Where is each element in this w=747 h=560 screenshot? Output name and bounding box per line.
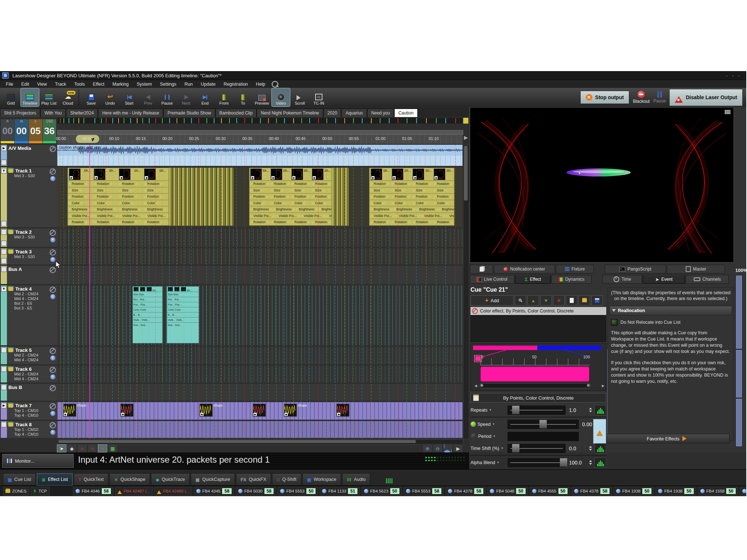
bottom-tab-audio[interactable]: ‖‖Audio [342, 473, 370, 486]
control-label[interactable]: Speed▼ [471, 421, 507, 427]
status-device[interactable]: FB4 437858 [445, 487, 486, 495]
toolbar-play-list-button[interactable]: Play List [40, 88, 58, 106]
clip-thumbnail[interactable]: ◆ [291, 168, 303, 180]
toolbar-to-button[interactable]: To [234, 88, 252, 106]
menu-marking[interactable]: Marking [109, 81, 132, 88]
track-header[interactable]: ▼Track 1Mid 3 - S30! [1, 167, 57, 227]
track-header[interactable]: Track 3Mid 3 - S30! [1, 248, 57, 264]
ruler-scrollbar[interactable] [57, 130, 463, 135]
control-label[interactable]: Repeats▼ [471, 408, 507, 413]
value-spinner[interactable] [588, 444, 593, 452]
bottom-tab-workspace[interactable]: ▦Workspace [302, 473, 341, 486]
track-toggle-box[interactable] [1, 249, 7, 254]
toolbar-timeline-button[interactable]: Timeline [21, 88, 39, 106]
alert-icon[interactable]: ! [50, 176, 55, 181]
modulation-button[interactable] [595, 458, 606, 468]
track-lane[interactable] [57, 229, 462, 247]
mute-icon[interactable] [50, 422, 56, 428]
track-lane[interactable] [57, 384, 462, 401]
radio-off-icon[interactable] [471, 433, 477, 439]
do-not-relocate-row[interactable]: Do Not Relocate into Cue List [611, 319, 731, 326]
timeline-tab-2020[interactable]: 2020 [324, 109, 341, 117]
value-spinner[interactable] [588, 459, 593, 466]
track-lane[interactable]: Sh...Size SizeRot... Rot...Pos... Pos...… [57, 285, 462, 345]
track-header[interactable]: Track 5Mid 2 - CM24Mid 4 - CM24! [1, 347, 57, 364]
alert-icon[interactable]: ! [50, 355, 55, 361]
tracks-vertical-scrollbar[interactable] [463, 145, 469, 439]
clip-thumbnail[interactable]: ◆ [144, 168, 156, 180]
track-lane[interactable]: ◆Sh...◆Sh...◆Sh...◆Sh...◇Rotation◇◇Rotat… [57, 167, 462, 227]
tab-event[interactable]: ➤Event [643, 275, 685, 284]
toolbar-cloud-button[interactable]: ☁betaCloud [59, 88, 77, 106]
alert-icon[interactable]: ! [50, 411, 55, 416]
toolbar-from-button[interactable]: From [215, 88, 233, 106]
shape-wave-clip[interactable]: ◆ [200, 404, 213, 417]
mute-icon[interactable] [50, 168, 56, 175]
timeline-tab-shelter2024[interactable]: Shelter2024 [66, 109, 98, 117]
toolbar-start-button[interactable]: |◀Start [120, 88, 138, 106]
timeline-tab-need-you[interactable]: Need you [367, 109, 394, 117]
move-down-button[interactable]: ▼ [540, 295, 552, 306]
track-toggle-down[interactable]: ▼ [1, 168, 7, 174]
track-toggle-box[interactable] [1, 366, 7, 372]
reallocation-header[interactable]: Reallocation [609, 306, 732, 315]
control-slider[interactable] [507, 458, 566, 468]
checkbox[interactable] [611, 319, 618, 326]
toolbar-end-button[interactable]: ▶|End [196, 88, 214, 106]
control-value[interactable]: 1.0 [566, 407, 588, 413]
status-device[interactable]: FB4 113351 [320, 487, 360, 495]
mute-icon[interactable] [50, 348, 56, 354]
status-device[interactable]: FB4 193850 [614, 487, 654, 495]
track-toggle-box[interactable] [1, 258, 7, 264]
clip-thumbnail[interactable]: ◆ [94, 168, 105, 180]
control-label[interactable]: Alpha Blend▼ [471, 460, 507, 465]
status-zones[interactable]: ZONES [3, 487, 29, 495]
timeline-tab-here-with-me-unity-release[interactable]: Here with me - Unity Release [98, 109, 163, 117]
menu-system[interactable]: System [133, 81, 156, 88]
clip-thumbnail[interactable]: ◆ [119, 168, 131, 180]
effect-clip-group[interactable]: ◆Sh...◆Sh...◆Sh...◆Sh...◇Rotation◇◇Rotat… [67, 168, 169, 226]
spinner-up-icon[interactable] [589, 406, 592, 409]
spinner-down-icon[interactable] [589, 411, 592, 414]
track-lane[interactable] [57, 266, 462, 284]
bottom-tab-quickshape[interactable]: ✕QuickShape [109, 473, 150, 486]
track-header[interactable]: ▶A/V Media [1, 145, 57, 166]
monitor-button[interactable]: Monitor... [2, 454, 74, 468]
timeline-tab-shit-5-projectors[interactable]: Shit 5 Projectors [0, 109, 40, 117]
clip-thumbnail[interactable]: ◆ [413, 168, 424, 180]
shape-wave-clip[interactable]: ◆ [63, 404, 76, 417]
track-toggle-box[interactable] [1, 221, 7, 226]
gradient-scroll-left[interactable]: ◀ [475, 384, 477, 388]
tab-live-control[interactable]: Live Control [470, 275, 514, 284]
timeline-tab-aquarius[interactable]: Aquarius [341, 109, 367, 117]
timeline-tool-magnet[interactable]: ∩ [78, 445, 86, 452]
timeline-tool-curve[interactable]: ∿ [98, 445, 107, 452]
timeline-tab-caution[interactable]: Caution [394, 109, 417, 117]
menu-view[interactable]: View [34, 81, 51, 88]
track-toggle-box[interactable] [1, 229, 7, 235]
clip-thumbnail[interactable]: ◆ [434, 168, 445, 180]
alert-icon[interactable]: ! [50, 257, 55, 262]
timeline-tab-premade-studio-show[interactable]: Premade Studio Show [163, 109, 215, 117]
menu-settings[interactable]: Settings [156, 81, 180, 88]
time-ruler[interactable]: 00:0000:0500:1000:1500:2000:2500:3000:35… [57, 135, 462, 144]
spinner-down-icon[interactable] [589, 463, 592, 466]
spinner-up-icon[interactable] [589, 444, 592, 448]
ruler-next-arrow[interactable]: ▶ [464, 135, 468, 140]
clip-thumbnail[interactable]: ◆ [271, 168, 282, 180]
spinner-up-icon[interactable] [589, 459, 592, 462]
modulation-button[interactable] [595, 443, 606, 454]
radio-on-icon[interactable] [471, 421, 476, 427]
marker-corner-box[interactable] [463, 118, 468, 124]
tab-time[interactable]: Time [603, 275, 642, 284]
bottom-tab-quickcapture[interactable]: ▣QuickCapture [191, 473, 235, 486]
timeline-tool-grid-color[interactable]: ▦ [108, 445, 117, 452]
mute-icon[interactable] [50, 367, 56, 373]
modulation-button[interactable] [595, 405, 606, 415]
bottom-tab-quicktrace[interactable]: ◆QuickTrace [151, 473, 190, 486]
vscroll-thumb-3[interactable] [736, 399, 742, 446]
timeline-tab-bamboozled-clip[interactable]: Bamboozled Clip [216, 109, 257, 117]
mute-icon[interactable] [50, 146, 56, 152]
status-device[interactable]: FB4 555350 [278, 487, 318, 495]
track-lane[interactable] [57, 366, 462, 382]
